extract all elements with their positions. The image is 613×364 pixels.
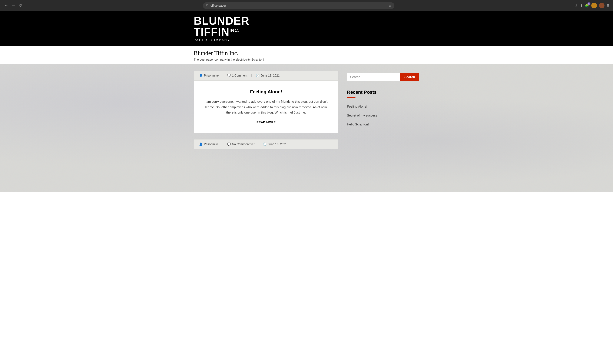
- forward-button[interactable]: →: [11, 3, 16, 8]
- search-widget: Search: [347, 73, 419, 81]
- site-header-banner: BLUNDER TIFFININC. PAPER COMPANY: [0, 11, 613, 46]
- extensions-icon[interactable]: 🧩 13: [585, 4, 589, 8]
- browser-nav-buttons: ← → ↺: [3, 3, 23, 8]
- search-input[interactable]: [347, 73, 400, 81]
- menu-button[interactable]: ☰: [607, 4, 610, 8]
- recent-posts-title: Recent Posts: [347, 90, 419, 95]
- post-1-author: 👤 Prisonmike: [199, 74, 218, 77]
- pocket-icon[interactable]: 🗄: [574, 4, 578, 7]
- post-2-wrapper: 👤 Prisonmike | 💬 No Comment Yet | 🕐 June…: [194, 139, 339, 149]
- extension-badge: 13: [587, 2, 590, 5]
- profile-avatar-1[interactable]: [591, 3, 597, 8]
- post-2-date: 🕐 June 19, 2021: [263, 143, 287, 146]
- reload-button[interactable]: ↺: [18, 3, 23, 8]
- post-1-meta: 👤 Prisonmike | 💬 1 Comment | 🕐 June 19, …: [194, 71, 339, 80]
- profile-avatar-2[interactable]: [599, 3, 604, 8]
- post-1-card: Feeling Alone! I am sorry everyone. I wa…: [194, 80, 339, 133]
- comment-icon-2: 💬: [227, 143, 231, 146]
- address-bar[interactable]: [210, 4, 387, 7]
- post-2-meta: 👤 Prisonmike | 💬 No Comment Yet | 🕐 June…: [194, 139, 339, 149]
- back-button[interactable]: ←: [3, 3, 9, 8]
- recent-posts-widget: Recent Posts Feeling Alone! Secret of my…: [347, 90, 419, 129]
- site-logo: BLUNDER TIFFININC.: [194, 15, 419, 38]
- post-1-read-more[interactable]: READ MORE: [257, 120, 276, 124]
- recent-post-1[interactable]: Feeling Alone!: [347, 102, 419, 111]
- site-title: Blunder Tiffin Inc.: [194, 50, 419, 57]
- main-area: 👤 Prisonmike | 💬 1 Comment | 🕐 June 19, …: [0, 64, 613, 192]
- address-bar-container: 🛡 ☆: [203, 2, 395, 9]
- author-icon-2: 👤: [199, 143, 203, 146]
- browser-actions: 🗄 ⬇ 🧩 13 ☰: [574, 3, 610, 8]
- recent-posts-underline: [347, 97, 355, 98]
- comment-icon: 💬: [227, 74, 231, 77]
- bookmark-button[interactable]: ☆: [388, 4, 391, 8]
- recent-post-2[interactable]: Secret of my success: [347, 111, 419, 120]
- author-icon: 👤: [199, 74, 203, 77]
- posts-column: 👤 Prisonmike | 💬 1 Comment | 🕐 June 19, …: [194, 71, 339, 156]
- browser-chrome: ← → ↺ 🛡 ☆ 🗄 ⬇ 🧩 13 ☰: [0, 0, 613, 11]
- post-2-comments: 💬 No Comment Yet: [227, 143, 255, 146]
- clock-icon-2: 🕐: [263, 143, 267, 146]
- security-icon: 🛡: [206, 4, 209, 7]
- download-icon[interactable]: ⬇: [580, 4, 583, 8]
- clock-icon: 🕐: [256, 74, 259, 77]
- site-tagline: The best paper company in the electric-c…: [194, 58, 419, 61]
- post-1-wrapper: 👤 Prisonmike | 💬 1 Comment | 🕐 June 19, …: [194, 71, 339, 133]
- sidebar: Search Recent Posts Feeling Alone! Secre…: [347, 71, 419, 156]
- search-button[interactable]: Search: [400, 73, 419, 81]
- post-1-content: I am sorry everyone. I wanted to add eve…: [204, 99, 327, 115]
- post-1-comments: 💬 1 Comment: [227, 74, 247, 77]
- site-title-bar: Blunder Tiffin Inc. The best paper compa…: [190, 46, 423, 64]
- site-logo-sub: PAPER COMPANY: [194, 38, 419, 42]
- post-1-date: 🕐 June 19, 2021: [256, 74, 280, 77]
- recent-post-3[interactable]: Hello Scranton!: [347, 120, 419, 129]
- post-1-title: Feeling Alone!: [204, 89, 327, 95]
- post-2-author: 👤 Prisonmike: [199, 143, 218, 146]
